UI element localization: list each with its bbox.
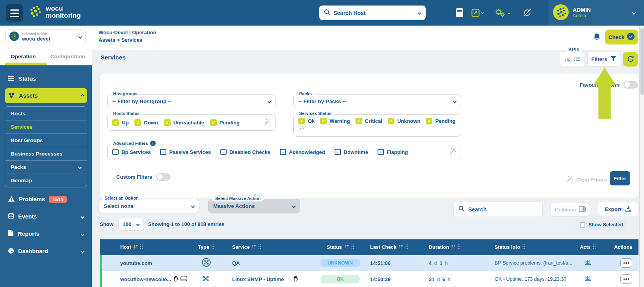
breadcrumb-realm[interactable]: Wocu-Devel | Operation xyxy=(99,29,156,37)
host-cell[interactable]: wocuflow-newcolle... xyxy=(102,276,190,283)
show-selected-control[interactable]: Show Selected xyxy=(575,218,627,231)
packs-select[interactable]: Packs -- Filter by Packs -- xyxy=(293,94,461,108)
services-status-ok[interactable]: Ok xyxy=(298,118,315,124)
hosts-status-down[interactable]: Down xyxy=(134,119,158,126)
kpi-chart-icon[interactable] xyxy=(564,56,571,63)
sidebar-item-hosts[interactable]: Hosts xyxy=(5,107,87,120)
row-actions-button[interactable] xyxy=(620,258,632,268)
sidebar-item-services[interactable]: Services xyxy=(5,120,87,133)
info-icon[interactable]: i xyxy=(150,141,156,146)
tab-configuration[interactable]: Configuration xyxy=(50,54,85,59)
sidebar-item-host-groups[interactable]: Host Groups xyxy=(5,133,87,147)
hosts-status-unreachable[interactable]: Unreachable xyxy=(164,119,204,126)
scrollbar-thumb[interactable] xyxy=(640,28,644,95)
select-option-dropdown[interactable]: Select an Option Select none xyxy=(99,199,199,213)
checkbox-checked-icon xyxy=(112,119,119,126)
hostgroups-select[interactable]: Hostgroups -- Filter by Hostgroup -- xyxy=(107,94,276,108)
column-header-acts[interactable]: Acts xyxy=(573,244,603,250)
favourite-filters-toggle[interactable] xyxy=(624,81,638,89)
sidebar-item-dashboard[interactable]: Dashboard xyxy=(5,244,87,258)
magic-wand-icon[interactable] xyxy=(449,148,456,156)
service-cell[interactable]: QA xyxy=(222,260,313,266)
realm-selector[interactable]: Selected Realm wocu-devel xyxy=(5,30,86,44)
sort-icon[interactable] xyxy=(451,244,456,250)
drag-handle-icon[interactable] xyxy=(593,244,596,250)
sidebar-item-business-processes[interactable]: Business Processes xyxy=(5,147,87,160)
kpi-list-icon[interactable] xyxy=(574,56,580,63)
advanced-bp-services[interactable]: Bp Services xyxy=(112,149,151,155)
auto-refresh-off-icon[interactable] xyxy=(522,8,532,19)
custom-filters-toggle[interactable] xyxy=(156,173,171,181)
drag-handle-icon[interactable] xyxy=(522,244,525,250)
sort-desc-icon[interactable] xyxy=(133,244,138,250)
advanced-passive-services[interactable]: Passive Services xyxy=(160,149,211,155)
table-row[interactable]: wocuflow-newcolle... Linux SNMP - Uptime… xyxy=(100,271,638,287)
advanced-disabled-checks[interactable]: Disabled Checks xyxy=(220,149,270,155)
advanced-flapping[interactable]: Flapping xyxy=(378,149,408,155)
drag-handle-icon[interactable] xyxy=(140,244,143,250)
external-link-menu[interactable] xyxy=(471,9,484,17)
column-header-service[interactable]: Service xyxy=(222,244,313,250)
sidebar-item-problems[interactable]: Problems 1511 xyxy=(5,192,87,206)
checkbox-empty-icon[interactable] xyxy=(580,222,585,228)
sidebar-item-packs[interactable]: Packs xyxy=(5,160,87,174)
massive-action-dropdown[interactable]: Select Massive Action Massive Actions xyxy=(208,199,300,213)
services-status-warning[interactable]: Warning xyxy=(320,118,350,124)
host-cell[interactable]: youtube.com xyxy=(102,260,190,266)
page-size-select[interactable]: 100 xyxy=(118,218,143,231)
graph-acts-icon[interactable] xyxy=(584,259,591,267)
drag-handle-icon[interactable] xyxy=(405,244,408,250)
services-status-pending[interactable]: Pending xyxy=(426,118,455,124)
notifications-bell-icon[interactable] xyxy=(593,33,601,43)
sidebar-item-events[interactable]: Events xyxy=(5,209,87,224)
table-row[interactable]: youtube.com QA UNKNOWN 14:51:00 4d 1h BP… xyxy=(100,255,638,271)
drag-handle-icon[interactable] xyxy=(211,244,214,250)
column-header-status-info[interactable]: Status Info xyxy=(492,244,573,250)
hamburger-menu-button[interactable] xyxy=(6,4,23,22)
column-header-duration[interactable]: Duration xyxy=(427,244,492,250)
hosts-status-up[interactable]: Up xyxy=(112,119,128,126)
magic-wand-icon[interactable] xyxy=(264,119,271,127)
graph-acts-icon[interactable] xyxy=(584,276,591,283)
advanced-downtime[interactable]: Downtime xyxy=(335,149,368,155)
services-status-critical[interactable]: Critical xyxy=(356,118,382,124)
magic-wand-icon[interactable] xyxy=(298,125,304,133)
settings-gears-menu[interactable] xyxy=(495,8,510,18)
drag-handle-icon[interactable] xyxy=(458,244,461,250)
hosts-status-pending[interactable]: Pending xyxy=(210,119,240,126)
services-status-unknown[interactable]: Unknown xyxy=(388,118,421,124)
sidebar-item-reports[interactable]: Reports xyxy=(5,227,87,241)
sort-icon[interactable] xyxy=(251,244,256,250)
advanced-acknowledged[interactable]: Acknowledged xyxy=(280,149,325,155)
sidebar-item-status[interactable]: Status xyxy=(5,72,87,86)
column-header-type[interactable]: Type xyxy=(190,244,222,250)
user-menu[interactable]: ADMIN Admin xyxy=(548,0,644,26)
docs-book-icon[interactable] xyxy=(455,8,464,19)
sidebar-item-geomap[interactable]: Geomap xyxy=(5,174,87,187)
breadcrumb-path[interactable]: Assets > Services xyxy=(99,37,156,44)
refresh-button[interactable] xyxy=(623,52,638,67)
filters-button[interactable]: Filters xyxy=(587,52,620,67)
check-button[interactable]: Check xyxy=(605,30,638,44)
vertical-scrollbar[interactable] xyxy=(639,26,644,287)
host-search-input[interactable] xyxy=(333,10,415,16)
tab-operation[interactable]: Operation xyxy=(11,54,36,59)
table-search-input[interactable] xyxy=(468,206,538,213)
table-search[interactable] xyxy=(453,202,543,217)
export-button[interactable]: Export xyxy=(598,202,638,216)
column-header-last-check[interactable]: Last Check xyxy=(368,244,427,250)
breadcrumb-bar: Wocu-Devel | Operation Assets > Services… xyxy=(92,26,644,50)
row-actions-button[interactable] xyxy=(620,274,632,284)
columns-button[interactable]: Columns xyxy=(551,203,590,217)
drag-handle-icon[interactable] xyxy=(351,244,354,250)
sort-icon[interactable] xyxy=(344,244,349,250)
column-header-host[interactable]: Host xyxy=(102,244,190,250)
column-header-status[interactable]: Status xyxy=(313,244,368,250)
filter-submit-button[interactable]: Filter xyxy=(610,171,630,185)
sidebar-item-assets[interactable]: Assets xyxy=(5,88,87,103)
host-search-combo[interactable] xyxy=(319,6,426,20)
service-cell[interactable]: Linux SNMP - Uptime xyxy=(222,276,313,283)
drag-handle-icon[interactable] xyxy=(258,244,261,250)
sort-icon[interactable] xyxy=(398,244,403,250)
clear-filters-button[interactable]: Clear Filters xyxy=(566,176,607,183)
